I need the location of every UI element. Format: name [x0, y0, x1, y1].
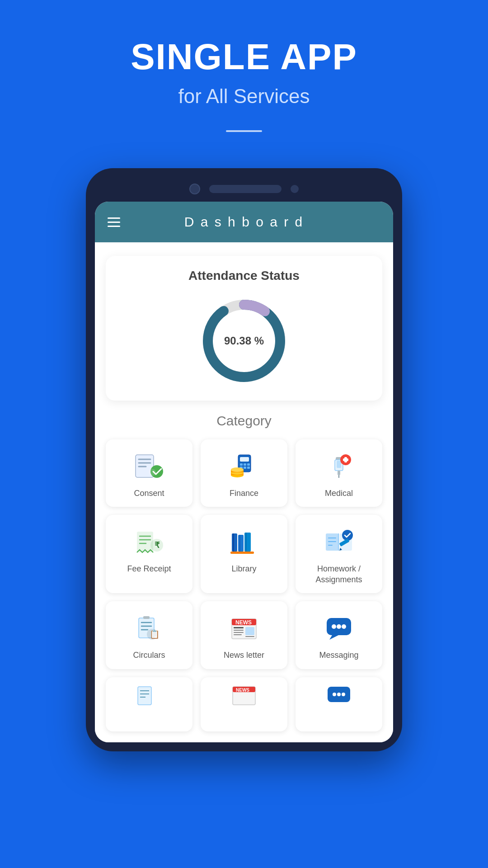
category-item-homework[interactable]: Homework / Assignments — [296, 515, 382, 593]
svg-point-71 — [337, 624, 341, 629]
category-item-medical[interactable]: Medical — [296, 439, 382, 507]
divider — [226, 130, 262, 132]
hero-subtitle: for All Services — [178, 85, 310, 108]
category-grid: Consent — [106, 439, 382, 669]
fee-receipt-label: Fee Receipt — [127, 564, 171, 574]
svg-rect-16 — [247, 467, 250, 469]
fee-receipt-icon: ₹ — [131, 526, 167, 557]
svg-rect-38 — [238, 535, 244, 552]
messaging-icon — [321, 612, 357, 644]
library-icon — [226, 526, 262, 557]
finance-icon — [226, 450, 262, 482]
category-item-messaging[interactable]: Messaging — [296, 601, 382, 669]
svg-rect-56 — [143, 616, 150, 619]
svg-rect-64 — [234, 632, 244, 633]
svg-point-72 — [342, 624, 346, 629]
partial-item-2[interactable]: NEWS — [201, 677, 287, 731]
homework-icon — [321, 526, 357, 557]
messaging-label: Messaging — [319, 650, 358, 660]
svg-point-83 — [342, 693, 345, 696]
phone-frame: D a s h b o a r d Attendance Status 90.3… — [86, 168, 402, 751]
category-item-library[interactable]: Library — [201, 515, 287, 593]
svg-rect-15 — [244, 467, 246, 469]
svg-rect-39 — [239, 535, 240, 552]
svg-rect-73 — [138, 687, 151, 705]
svg-rect-29 — [343, 458, 348, 461]
newsletter-icon: NEWS — [226, 612, 262, 644]
svg-rect-11 — [240, 463, 243, 466]
svg-rect-66 — [245, 627, 254, 635]
phone-screen: D a s h b o a r d Attendance Status 90.3… — [95, 202, 393, 742]
svg-rect-26 — [338, 475, 339, 478]
phone-notch-bar — [95, 177, 393, 202]
svg-rect-13 — [247, 463, 250, 466]
category-item-consent[interactable]: Consent — [106, 439, 192, 507]
screen-content: Attendance Status 90.38 % Category — [95, 242, 393, 742]
svg-text:NEWS: NEWS — [236, 688, 249, 693]
svg-point-70 — [332, 624, 336, 629]
category-section: Category — [106, 413, 382, 731]
consent-icon — [131, 450, 167, 482]
attendance-title: Attendance Status — [188, 269, 300, 283]
partial-item-3[interactable] — [296, 677, 382, 731]
svg-rect-62 — [234, 627, 244, 628]
svg-rect-63 — [234, 630, 244, 631]
svg-rect-41 — [245, 533, 247, 552]
svg-point-21 — [231, 467, 244, 472]
attendance-card: Attendance Status 90.38 % — [106, 256, 382, 401]
homework-label: Homework / Assignments — [301, 564, 377, 585]
hero-title: SINGLE APP — [131, 36, 357, 78]
circulars-icon: 📋 — [131, 612, 167, 644]
attendance-donut-chart: 90.38 % — [199, 296, 289, 386]
partial-item-1[interactable] — [106, 677, 192, 731]
category-title: Category — [106, 413, 382, 429]
svg-text:₹: ₹ — [155, 541, 160, 550]
phone-speaker — [209, 185, 282, 193]
circulars-label: Circulars — [133, 650, 165, 660]
phone-sensor — [291, 185, 299, 193]
category-item-circulars[interactable]: 📋 Circulars — [106, 601, 192, 669]
medical-label: Medical — [325, 488, 353, 499]
svg-rect-65 — [234, 634, 242, 635]
category-item-finance[interactable]: Finance — [201, 439, 287, 507]
finance-label: Finance — [230, 488, 258, 499]
svg-marker-69 — [329, 635, 338, 640]
medical-icon — [321, 450, 357, 482]
library-label: Library — [231, 564, 256, 574]
hamburger-menu-icon[interactable] — [108, 217, 120, 227]
dashboard-header: D a s h b o a r d — [95, 202, 393, 242]
bottom-partial-row: NEWS — [106, 677, 382, 731]
svg-rect-42 — [230, 552, 254, 554]
dashboard-title: D a s h b o a r d — [184, 214, 304, 230]
svg-point-8 — [149, 469, 156, 476]
hero-section: SINGLE APP for All Services — [0, 0, 488, 168]
svg-rect-12 — [244, 463, 246, 466]
phone-camera-icon — [189, 184, 200, 194]
newsletter-label: News letter — [224, 650, 264, 660]
svg-rect-24 — [337, 461, 341, 468]
svg-text:NEWS: NEWS — [235, 619, 252, 626]
svg-rect-36 — [232, 533, 237, 552]
category-item-newsletter[interactable]: NEWS News letter — [201, 601, 287, 669]
category-item-fee-receipt[interactable]: ₹ Fee Receipt — [106, 515, 192, 593]
svg-rect-10 — [240, 457, 249, 462]
svg-rect-37 — [233, 533, 234, 552]
svg-text:📋: 📋 — [150, 629, 160, 639]
svg-rect-67 — [245, 636, 254, 637]
svg-rect-25 — [338, 471, 340, 475]
svg-point-82 — [337, 693, 341, 696]
svg-point-81 — [333, 693, 336, 696]
consent-label: Consent — [134, 488, 164, 499]
attendance-percentage: 90.38 % — [224, 335, 264, 347]
